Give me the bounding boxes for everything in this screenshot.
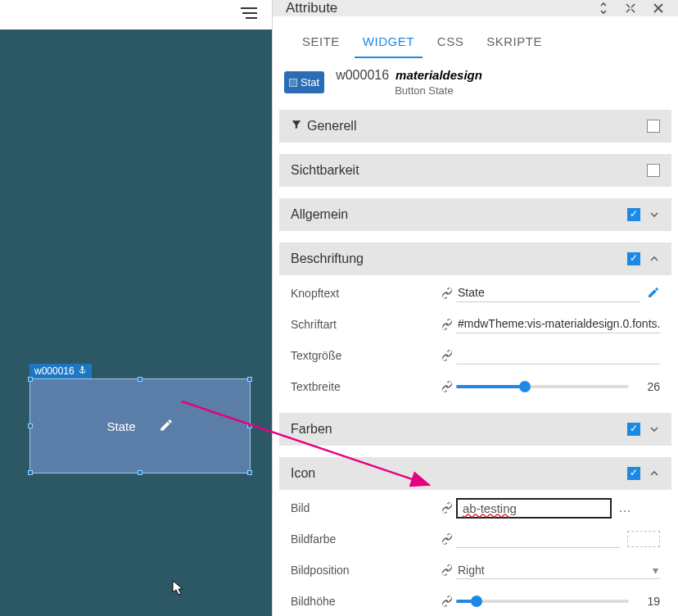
- section-head-allgemein[interactable]: Allgemein: [279, 198, 671, 231]
- unfold-icon[interactable]: [598, 1, 609, 16]
- link-icon[interactable]: [438, 595, 456, 608]
- prop-textbreite: Textbreite 26: [291, 375, 660, 398]
- resize-handle-sw[interactable]: [28, 470, 33, 475]
- textbreite-value: 26: [637, 380, 660, 393]
- section-farben: Farben: [279, 413, 671, 446]
- resize-handle-s[interactable]: [138, 470, 142, 475]
- pencil-icon: [159, 418, 174, 435]
- chevron-up-icon: [649, 253, 660, 265]
- section-head-generell[interactable]: Generell: [279, 110, 671, 143]
- bildhoehe-slider[interactable]: [456, 600, 629, 603]
- section-checkbox-generell[interactable]: [647, 120, 660, 133]
- section-checkbox-farben[interactable]: [627, 423, 640, 436]
- menu-toggle-icon[interactable]: [241, 7, 257, 22]
- bildfarbe-input[interactable]: [456, 530, 621, 548]
- section-checkbox-beschriftung[interactable]: [627, 252, 640, 265]
- section-sichtbarkeit: Sichtbarkeit: [279, 154, 671, 187]
- prop-textgroesse: Textgröße: [291, 344, 660, 367]
- widget-selection-id: w000016: [34, 365, 75, 377]
- section-head-farben[interactable]: Farben: [279, 413, 671, 446]
- widget-id-text: w000016: [336, 68, 389, 83]
- resize-handle-n[interactable]: [138, 377, 142, 382]
- tab-skripte[interactable]: SKRIPTE: [478, 31, 550, 58]
- prop-knopftext: Knopftext State: [291, 282, 660, 305]
- widget-library-text: materialdesign: [396, 68, 482, 82]
- section-head-sichtbarkeit[interactable]: Sichtbarkeit: [279, 154, 671, 187]
- textbreite-slider[interactable]: [456, 385, 629, 388]
- section-checkbox-allgemein[interactable]: [627, 208, 640, 221]
- widget-selection-tag[interactable]: w000016: [29, 364, 92, 378]
- link-icon[interactable]: [438, 532, 456, 546]
- widget-on-canvas[interactable]: State: [29, 378, 251, 473]
- color-swatch[interactable]: [627, 531, 660, 547]
- widget-chip[interactable]: Stat: [284, 71, 324, 93]
- panel-title: Attribute: [286, 0, 337, 16]
- tab-seite[interactable]: SEITE: [294, 31, 348, 58]
- link-icon[interactable]: [438, 564, 456, 577]
- bild-input[interactable]: ab-testing: [456, 498, 612, 519]
- pencil-icon[interactable]: [647, 286, 660, 301]
- panel-resize-handle[interactable]: [272, 464, 273, 485]
- prop-schriftart: Schriftart #mdwTheme:vis-materialdesign.…: [291, 313, 660, 336]
- link-icon[interactable]: [438, 380, 456, 393]
- tab-widget[interactable]: WIDGET: [355, 31, 423, 58]
- resize-handle-ne[interactable]: [247, 377, 252, 382]
- section-checkbox-sichtbarkeit[interactable]: [647, 164, 660, 177]
- section-beschriftung: Beschriftung Knopftext State Schriftart …: [279, 242, 671, 401]
- link-icon[interactable]: [438, 318, 456, 331]
- section-generell: Generell: [279, 110, 671, 143]
- close-icon[interactable]: [652, 2, 665, 15]
- anchor-icon: [78, 365, 87, 377]
- prop-knopftext-value[interactable]: State: [456, 284, 640, 302]
- attribute-panel: Attribute SEITE WIDGET CSS SKRIPTE Stat …: [272, 0, 678, 616]
- chevron-up-icon: [649, 468, 660, 479]
- section-allgemein: Allgemein: [279, 198, 671, 231]
- resize-handle-e[interactable]: [247, 424, 252, 428]
- bildposition-select[interactable]: Right ▾: [456, 562, 660, 579]
- prop-textgroesse-value[interactable]: [456, 346, 660, 365]
- prop-bildhoehe: Bildhöhe 19: [291, 590, 660, 613]
- prop-schriftart-value[interactable]: #mdwTheme:vis-materialdesign.0.fonts.but…: [456, 315, 660, 333]
- section-checkbox-icon[interactable]: [627, 467, 640, 480]
- chevron-down-icon: [649, 209, 660, 220]
- widget-identity-row: Stat w000016 materialdesign Button State: [273, 63, 678, 106]
- panel-header: Attribute: [273, 0, 678, 16]
- section-icon: Icon Bild ab-testing … Bildfarbe Bildpos…: [279, 457, 671, 616]
- editor-canvas[interactable]: w000016 State: [0, 0, 272, 616]
- bildhoehe-value: 19: [637, 595, 660, 608]
- link-icon[interactable]: [438, 287, 456, 300]
- prop-bild: Bild ab-testing …: [291, 496, 660, 519]
- widget-subtype-text: Button State: [395, 84, 482, 97]
- tab-css[interactable]: CSS: [429, 31, 472, 58]
- browse-button[interactable]: …: [618, 500, 631, 515]
- resize-handle-w[interactable]: [28, 424, 33, 428]
- resize-handle-nw[interactable]: [28, 377, 33, 382]
- chevron-down-icon: [649, 424, 660, 435]
- link-icon[interactable]: [438, 349, 456, 362]
- filter-icon: [291, 119, 302, 134]
- link-icon[interactable]: [438, 501, 456, 514]
- chevron-down-icon: ▾: [653, 564, 658, 577]
- cursor-icon: [172, 580, 185, 600]
- prop-bildfarbe: Bildfarbe: [291, 528, 660, 550]
- section-head-icon[interactable]: Icon: [279, 457, 671, 490]
- collapse-icon[interactable]: [624, 2, 637, 15]
- prop-bildposition: Bildposition Right ▾: [291, 559, 660, 582]
- canvas-toolbar: [0, 0, 272, 29]
- section-head-beschriftung[interactable]: Beschriftung: [279, 242, 671, 275]
- panel-tabs: SEITE WIDGET CSS SKRIPTE: [273, 16, 678, 63]
- widget-button-text: State: [106, 419, 135, 433]
- resize-handle-se[interactable]: [247, 470, 252, 475]
